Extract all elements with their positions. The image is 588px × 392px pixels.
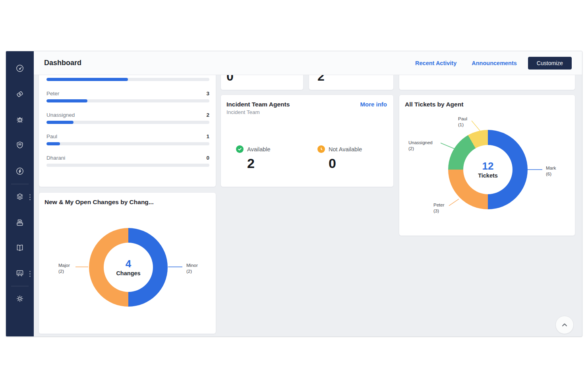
- more-info-link[interactable]: More info: [360, 101, 387, 108]
- card-subtitle: Incident Team: [221, 108, 393, 115]
- bar-fill: [46, 142, 60, 145]
- donut-total: 4: [126, 258, 131, 269]
- bar-track: [46, 78, 209, 81]
- open-changes-card: New & My Open Changes by Chang... 4 Chan…: [39, 192, 216, 334]
- not-available-stat: Not Available 0: [317, 145, 362, 171]
- chevron-up-icon: [561, 321, 568, 328]
- donut-center: 4 Changes: [104, 243, 153, 292]
- all-tickets-by-agent-card: All Tickets by Agent 12 Tickets Paul(1) …: [399, 95, 575, 236]
- scroll-to-top-button[interactable]: [555, 316, 574, 334]
- incident-team-agents-card: Incident Team Agents More info Incident …: [220, 95, 394, 187]
- available-check-icon: [236, 145, 244, 153]
- sidebar: [6, 51, 34, 336]
- sidebar-divider: [11, 184, 29, 184]
- available-label: Available: [247, 146, 271, 153]
- bar-label: Unassigned: [46, 112, 75, 118]
- bar-track: [46, 164, 209, 167]
- purchase-icon[interactable]: [15, 218, 24, 227]
- bar-value: 2: [206, 112, 209, 118]
- card-title: All Tickets by Agent: [405, 101, 463, 108]
- app-window: Dashboard Recent Activity Announcements …: [6, 51, 582, 337]
- settings-icon[interactable]: [15, 294, 24, 303]
- card-title: Incident Team Agents: [226, 101, 290, 108]
- tickets-donut-chart: 12 Tickets: [448, 130, 528, 209]
- analytics-icon[interactable]: [15, 269, 24, 278]
- announcements-link[interactable]: Announcements: [472, 60, 517, 66]
- problems-icon[interactable]: [15, 115, 24, 124]
- page-header: Dashboard Recent Activity Announcements …: [34, 51, 582, 75]
- recent-activity-link[interactable]: Recent Activity: [415, 60, 456, 66]
- bar-track: [46, 121, 209, 124]
- slice-label-paul: Paul(1): [458, 116, 467, 128]
- page-title: Dashboard: [44, 59, 81, 67]
- donut-total: 12: [482, 160, 494, 172]
- bar-fill: [46, 99, 87, 102]
- assets-kebab-icon[interactable]: [29, 194, 31, 201]
- changes-icon[interactable]: [15, 141, 24, 149]
- sidebar-divider: [11, 286, 29, 286]
- clock-icon: [317, 145, 325, 153]
- dashboard-content: 0 2 Peter 3 Unassigned 2 Paul 1 Dharani: [34, 75, 582, 337]
- not-available-label: Not Available: [329, 146, 362, 153]
- bar-fill: [46, 78, 128, 81]
- donut-unit: Tickets: [478, 172, 498, 179]
- bar-track: [46, 99, 209, 102]
- bar-label: Paul: [46, 133, 57, 139]
- available-stat: Available 2: [236, 145, 271, 171]
- dashboard-icon[interactable]: [15, 64, 24, 73]
- solutions-icon[interactable]: [15, 243, 24, 252]
- bar-label: Peter: [46, 91, 59, 97]
- bar-label: Dharani: [46, 155, 65, 161]
- releases-icon[interactable]: [15, 167, 24, 176]
- donut-unit: Changes: [116, 270, 140, 276]
- changes-donut-chart: 4 Changes: [89, 228, 168, 307]
- tickets-icon[interactable]: [15, 90, 24, 98]
- not-available-value: 0: [329, 156, 362, 171]
- bar-value: 3: [206, 91, 209, 97]
- customize-button[interactable]: Customize: [528, 57, 572, 70]
- assets-icon[interactable]: [15, 192, 24, 201]
- bar-value: 0: [206, 155, 209, 161]
- slice-label-major: Major(2): [58, 263, 70, 274]
- analytics-kebab-icon[interactable]: [29, 271, 31, 278]
- donut-center: 12 Tickets: [463, 145, 513, 194]
- slice-label-mark: Mark(6): [546, 165, 556, 177]
- slice-label-unassigned: Unassigned(2): [408, 140, 433, 152]
- bar-value: 1: [206, 133, 209, 139]
- bar-fill: [46, 121, 74, 124]
- slice-label-minor: Minor(2): [186, 263, 198, 274]
- bar-track: [46, 142, 209, 145]
- available-value: 2: [247, 156, 271, 171]
- card-title: New & My Open Changes by Chang...: [44, 199, 154, 206]
- slice-label-peter: Peter(3): [433, 202, 445, 214]
